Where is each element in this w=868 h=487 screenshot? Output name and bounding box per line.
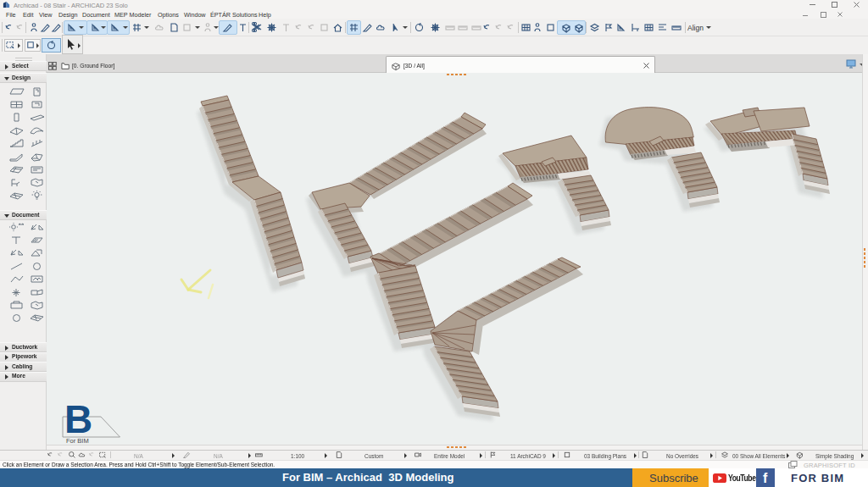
svg-text:B: B — [64, 397, 92, 441]
svg-text:For BIM: For BIM — [66, 437, 89, 445]
